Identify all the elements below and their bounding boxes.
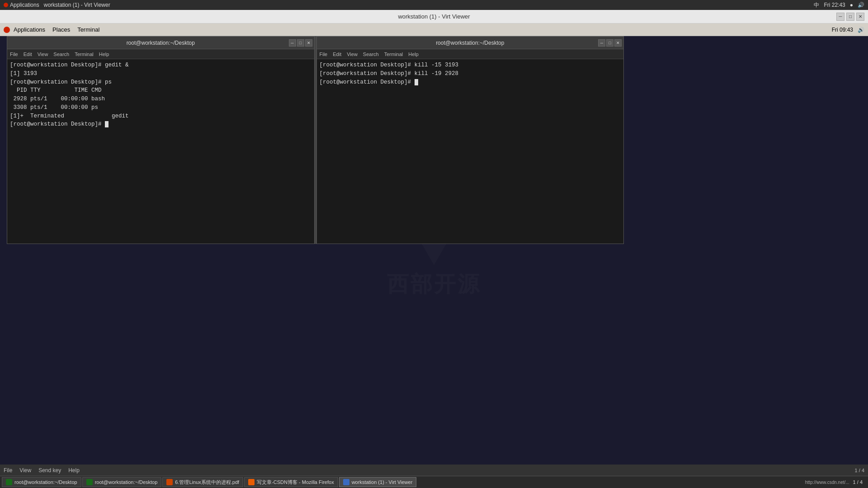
- host-network-icon: 中: [814, 1, 819, 9]
- virtviewer-icon: [343, 479, 349, 485]
- virt-viewer-title: workstation (1) - Virt Viewer: [398, 13, 470, 20]
- terminal-right-body[interactable]: [root@workstation Desktop]# kill -15 319…: [317, 59, 624, 244]
- virt-menu-view[interactable]: View: [16, 467, 35, 474]
- taskbar-pdf-label: 6.管理Linux系统中的进程.pdf: [175, 479, 239, 486]
- taskbar-item-terminal2[interactable]: root@workstation:~/Desktop: [82, 477, 162, 487]
- taskbar-terminal1-label: root@workstation:~/Desktop: [14, 479, 77, 485]
- host-topbar: Applications workstation (1) - Virt View…: [0, 0, 868, 10]
- applications-icon: [4, 3, 8, 7]
- host-applications-label[interactable]: Applications: [10, 2, 39, 8]
- guest-time: Fri 09:43: [832, 27, 853, 33]
- terminal-right-menu-edit[interactable]: Edit: [333, 52, 341, 57]
- close-button[interactable]: ✕: [856, 13, 864, 21]
- terminal-right-titlebar: root@workstation:~/Desktop ─ □ ✕: [317, 37, 624, 49]
- host-datetime: Fri 22:43: [824, 2, 845, 8]
- window-controls: ─ □ ✕: [836, 13, 864, 21]
- terminal-left-content: [root@workstation Desktop]# gedit & [1] …: [10, 61, 311, 129]
- taskbar-item-pdf[interactable]: 6.管理Linux系统中的进程.pdf: [162, 477, 243, 487]
- virt-menu-sendkey[interactable]: Send key: [35, 467, 65, 474]
- host-sound-icon: 🔊: [858, 2, 864, 8]
- guest-sound-icon: 🔊: [858, 27, 864, 33]
- cursor-right: [415, 79, 418, 85]
- taskbar-item-firefox[interactable]: 写文章-CSDN博客 - Mozilla Firefox: [244, 477, 338, 487]
- taskbar-virtviewer-label: workstation (1) - Virt Viewer: [352, 479, 413, 485]
- guest-apps-icon: [4, 27, 10, 33]
- terminal-right: root@workstation:~/Desktop ─ □ ✕ File Ed…: [316, 36, 624, 244]
- terminal-right-content: [root@workstation Desktop]# kill -15 319…: [320, 61, 621, 86]
- terminal-left: root@workstation:~/Desktop ─ □ ✕ File Ed…: [7, 36, 315, 244]
- terminal-left-menu-terminal[interactable]: Terminal: [75, 52, 94, 57]
- terminals-container: root@workstation:~/Desktop ─ □ ✕ File Ed…: [7, 36, 624, 244]
- terminal-left-titlebar: root@workstation:~/Desktop ─ □ ✕: [7, 37, 314, 49]
- taskbar-item-virtviewer[interactable]: workstation (1) - Virt Viewer: [339, 477, 417, 487]
- terminal-left-menubar: File Edit View Search Terminal Help: [7, 49, 314, 59]
- host-applications-menu[interactable]: Applications: [4, 2, 39, 8]
- guest-terminal-menu[interactable]: Terminal: [77, 26, 99, 33]
- taskbar-row2: root@workstation:~/Desktop root@workstat…: [0, 476, 868, 488]
- url-display: http://www.csdn.net/...: [805, 480, 849, 485]
- terminal-left-close[interactable]: ✕: [305, 39, 312, 47]
- terminal-left-menu-search[interactable]: Search: [53, 52, 69, 57]
- taskbar-terminal2-label: root@workstation:~/Desktop: [95, 479, 158, 485]
- terminal-right-close[interactable]: ✕: [614, 39, 622, 47]
- guest-menubar: Applications Places Terminal Fri 09:43 🔊: [0, 23, 868, 36]
- guest-places-menu[interactable]: Places: [52, 26, 70, 33]
- terminal-right-menu-help[interactable]: Help: [408, 52, 419, 57]
- terminal-right-menu-terminal[interactable]: Terminal: [384, 52, 403, 57]
- page-counter-top: 1 / 4: [855, 468, 868, 473]
- guest-applications-label[interactable]: Applications: [14, 26, 45, 33]
- terminal-left-menu-file[interactable]: File: [10, 52, 18, 57]
- terminal2-icon: [86, 479, 93, 485]
- taskbar-right: http://www.csdn.net/... 1 / 4: [805, 479, 866, 485]
- virt-menu-help[interactable]: Help: [65, 467, 83, 474]
- terminal-left-menu-view[interactable]: View: [38, 52, 48, 57]
- terminal-right-menubar: File Edit View Search Terminal Help: [317, 49, 624, 59]
- terminal-right-title: root@workstation:~/Desktop: [436, 40, 504, 46]
- terminal1-icon: [6, 479, 12, 485]
- minimize-button[interactable]: ─: [836, 13, 844, 21]
- terminal-left-controls: ─ □ ✕: [289, 39, 312, 47]
- taskbar: File View Send key Help 1 / 4 root@works…: [0, 465, 868, 488]
- terminal-left-body[interactable]: [root@workstation Desktop]# gedit & [1] …: [7, 59, 314, 244]
- guest-desktop: 西部开源 root@workstation:~/Desktop ─ □ ✕ Fi…: [0, 36, 868, 465]
- virt-menu-file[interactable]: File: [0, 467, 16, 474]
- terminal-right-menu-view[interactable]: View: [347, 52, 358, 57]
- guest-applications-menu[interactable]: Applications: [4, 26, 45, 33]
- terminal-right-maximize[interactable]: □: [606, 39, 613, 47]
- pdf-icon: [166, 479, 173, 485]
- terminal-left-maximize[interactable]: □: [297, 39, 304, 47]
- cursor-left: [105, 121, 108, 127]
- terminal-left-title: root@workstation:~/Desktop: [127, 40, 195, 46]
- terminal-right-menu-search[interactable]: Search: [363, 52, 379, 57]
- page-counter: 1 / 4: [853, 479, 863, 485]
- taskbar-item-terminal1[interactable]: root@workstation:~/Desktop: [2, 477, 81, 487]
- host-signal-icon: ●: [850, 2, 853, 8]
- firefox-icon: [248, 479, 255, 485]
- watermark-text: 西部开源: [387, 270, 481, 299]
- taskbar-firefox-label: 写文章-CSDN博客 - Mozilla Firefox: [257, 479, 334, 486]
- terminal-right-controls: ─ □ ✕: [598, 39, 622, 47]
- maximize-button[interactable]: □: [846, 13, 854, 21]
- terminal-right-menu-file[interactable]: File: [320, 52, 328, 57]
- virt-viewer-titlebar: workstation (1) - Virt Viewer ─ □ ✕: [0, 10, 868, 23]
- terminal-left-menu-edit[interactable]: Edit: [24, 52, 32, 57]
- terminal-left-menu-help[interactable]: Help: [99, 52, 109, 57]
- terminal-left-minimize[interactable]: ─: [289, 39, 296, 47]
- terminal-right-minimize[interactable]: ─: [598, 39, 605, 47]
- host-places-menu[interactable]: workstation (1) - Virt Viewer: [44, 2, 110, 8]
- taskbar-row1: File View Send key Help 1 / 4: [0, 465, 868, 476]
